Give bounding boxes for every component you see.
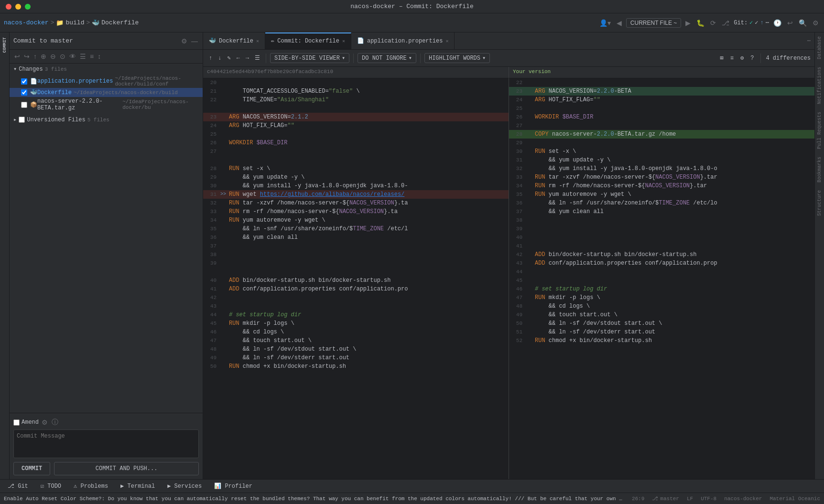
- lines-button[interactable]: ≡: [728, 54, 736, 63]
- profiler-tab[interactable]: 📊 Profiler: [208, 481, 258, 492]
- line-number: 26: [203, 139, 220, 147]
- appprops-tab-label: application.properties: [367, 38, 443, 44]
- file-checkbox-2[interactable]: [21, 89, 27, 96]
- bookmarks-sidebar-icon[interactable]: Bookmarks: [816, 155, 823, 184]
- dockerfile-tab-close[interactable]: ✕: [256, 38, 259, 44]
- branch-indicator[interactable]: ⎇ master: [652, 495, 679, 502]
- file-checkbox-1[interactable]: [21, 78, 27, 85]
- tab-app-properties[interactable]: 📄 application.properties ✕: [351, 32, 455, 49]
- terminal-tab[interactable]: ▶ Terminal: [115, 481, 161, 492]
- file-name[interactable]: Dockerfile: [101, 19, 139, 26]
- side-by-side-button[interactable]: SIDE-BY-SIDE VIEWER ▾: [270, 53, 349, 63]
- hamburger-diff-button[interactable]: ☰: [253, 54, 262, 63]
- breadcrumb-sep2: >: [86, 19, 90, 26]
- file-item[interactable]: 📄 application.properties ~/IdeaProjects/…: [10, 75, 203, 88]
- line-content: COPY nacos-server-2.2.0-BETA.tar.gz /hom…: [533, 130, 814, 139]
- history-button[interactable]: 🕐: [772, 18, 783, 28]
- settings2-button[interactable]: ⎇: [720, 18, 731, 28]
- lf-indicator[interactable]: LF: [687, 496, 693, 502]
- appprops-tab-close[interactable]: ✕: [445, 38, 448, 44]
- diff-help-button[interactable]: ?: [748, 54, 756, 63]
- file-item-3[interactable]: 📦 nacos-server-2.2.0-BETA.tar.gz ~/IdeaP…: [10, 97, 203, 112]
- line-content: # set startup log dir: [533, 285, 814, 293]
- folder-name[interactable]: build: [65, 19, 84, 26]
- changes-section-header[interactable]: ▾ Changes 3 files: [10, 64, 203, 75]
- commit-message-input[interactable]: [13, 429, 199, 458]
- tab-dockerfile[interactable]: 🐳 Dockerfile ✕: [203, 32, 265, 49]
- commit-and-push-button[interactable]: COMMIT AND PUSH...: [54, 462, 199, 475]
- file-path-1: ~/IdeaProjects/nacos-docker/build/conf: [115, 75, 199, 87]
- file-checkbox-3[interactable]: [21, 102, 27, 108]
- line-number: 41: [509, 242, 526, 250]
- current-file-button[interactable]: CURRENT FILE ~: [626, 18, 681, 28]
- amend-checkbox[interactable]: [13, 419, 20, 426]
- position-indicator[interactable]: 26:9: [632, 496, 644, 502]
- git-tab[interactable]: ⎇ Git: [2, 481, 34, 492]
- debug-button[interactable]: 🐛: [695, 18, 706, 28]
- encoding-indicator[interactable]: UTF-8: [701, 496, 716, 502]
- top-toolbar: nacos-docker > 📁 build > 🐳 Dockerfile 👤▾…: [0, 13, 824, 32]
- commit-sidebar-label[interactable]: COMMIT: [2, 34, 8, 55]
- panel-settings-button[interactable]: ⚙: [180, 36, 188, 46]
- amend-help[interactable]: ⓘ: [51, 417, 59, 428]
- do-not-ignore-button[interactable]: DO NOT IGNORE ▾: [358, 53, 416, 63]
- line-number: 25: [509, 104, 526, 113]
- refresh-button[interactable]: ⊙: [59, 52, 66, 61]
- pull-requests-sidebar-icon[interactable]: Pull Requests: [816, 110, 823, 151]
- next-diff-button[interactable]: ↓: [216, 54, 223, 63]
- project-name[interactable]: nacos-docker: [4, 19, 49, 26]
- database-sidebar-icon[interactable]: Database: [816, 34, 823, 61]
- left-code-panel[interactable]: 2021 TOMCAT_ACCESSLOG_ENABLED="false" \2…: [203, 78, 509, 479]
- tab-more-button[interactable]: ⋯: [803, 32, 814, 49]
- unversioned-checkbox[interactable]: [19, 117, 25, 123]
- sort-button[interactable]: ↕: [97, 52, 102, 61]
- theme-indicator[interactable]: Material Oceanic: [770, 496, 820, 502]
- remove-button[interactable]: ⊖: [49, 52, 57, 61]
- chevron-icon: ▾: [13, 65, 17, 73]
- problems-tab[interactable]: ⚠ Problems: [68, 481, 114, 492]
- settings1-button[interactable]: ⟳: [709, 18, 717, 28]
- todo-tab[interactable]: ☑ TODO: [35, 481, 67, 492]
- avatar-button[interactable]: 👤▾: [598, 18, 612, 28]
- project-indicator[interactable]: nacos-docker: [724, 496, 762, 502]
- undo-button[interactable]: ↩: [786, 18, 794, 28]
- edit-diff-button[interactable]: ✎: [225, 54, 232, 63]
- right-diff-button[interactable]: →: [244, 54, 251, 63]
- tab-commit-dockerfile[interactable]: ✏ Commit: Dockerfile ✕: [265, 32, 351, 49]
- redo-commit-button[interactable]: ↪: [23, 52, 31, 61]
- amend-settings[interactable]: ⚙: [41, 418, 49, 427]
- panel-minimize-button[interactable]: —: [190, 36, 199, 46]
- diff-settings-button[interactable]: ⚙: [738, 54, 746, 63]
- commit-tab-close[interactable]: ✕: [342, 38, 345, 44]
- line-content: [227, 156, 509, 164]
- menu-button[interactable]: ☰: [79, 52, 87, 61]
- line-number: 44: [203, 311, 220, 319]
- add-button[interactable]: ⊕: [40, 52, 47, 61]
- services-tab[interactable]: ▶ Services: [162, 481, 207, 492]
- line-number: 48: [203, 345, 220, 354]
- push-button[interactable]: ↑: [33, 52, 38, 61]
- unversioned-header[interactable]: ▸ Unversioned Files 5 files: [10, 114, 203, 125]
- right-code-panel[interactable]: 2223ARG NACOS_VERSION=2.2.0-BETA24ARG HO…: [509, 78, 814, 479]
- search-button[interactable]: 🔍: [797, 18, 808, 28]
- line-content: RUN yum autoremove -y wget \: [533, 190, 814, 199]
- commit-button[interactable]: COMMIT: [13, 462, 50, 475]
- undo-commit-button[interactable]: ↩: [13, 52, 21, 61]
- run-button[interactable]: ▶: [684, 18, 692, 28]
- minimize-button[interactable]: [15, 4, 21, 10]
- prev-diff-button[interactable]: ↑: [207, 54, 214, 63]
- file-item-selected[interactable]: 🐳 Dockerfile ~/IdeaProjects/nacos-docker…: [10, 88, 203, 97]
- highlight-words-button[interactable]: HIGHLIGHT WORDS ▾: [424, 53, 490, 63]
- maximize-button[interactable]: [25, 4, 31, 10]
- line-number: 27: [203, 147, 220, 156]
- left-diff-button[interactable]: ←: [235, 54, 242, 63]
- back-button[interactable]: ◀: [615, 18, 623, 28]
- columns-button[interactable]: ⊞: [718, 54, 726, 63]
- notifications-sidebar-icon[interactable]: Notifications: [816, 65, 823, 106]
- close-button[interactable]: [6, 4, 11, 10]
- gear-button[interactable]: ⚙: [811, 18, 820, 28]
- list-button[interactable]: ≡: [89, 52, 95, 61]
- structure-sidebar-icon[interactable]: Structure: [816, 188, 823, 218]
- line-arrow: [526, 139, 533, 147]
- eye-button[interactable]: 👁: [68, 52, 77, 61]
